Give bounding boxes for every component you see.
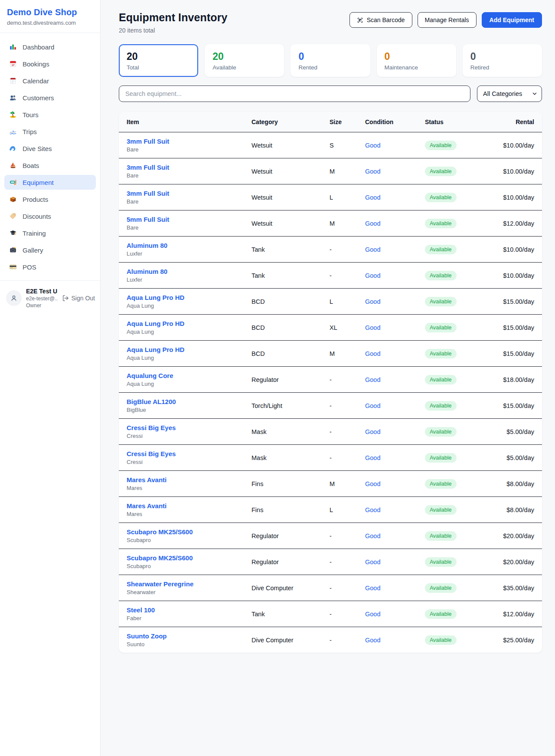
condition-link[interactable]: Good [365, 428, 380, 435]
item-name-link[interactable]: Scubapro MK25/S600 [127, 528, 193, 536]
item-name-link[interactable]: Cressi Big Eyes [127, 450, 176, 457]
condition-link[interactable]: Good [365, 272, 380, 279]
item-rental: $35.00/day [490, 575, 542, 601]
sidebar-item-trips[interactable]: Trips [4, 124, 96, 139]
table-row: 3mm Full Suit Bare Wetsuit S Good Availa… [119, 132, 542, 158]
condition-link[interactable]: Good [365, 480, 380, 487]
category-select[interactable]: All Categories [477, 85, 542, 102]
sidebar-item-dive-sites[interactable]: Dive Sites [4, 141, 96, 156]
add-equipment-button[interactable]: Add Equipment [482, 12, 542, 28]
item-name-link[interactable]: Aqua Lung Pro HD [127, 294, 184, 301]
sidebar-item-training[interactable]: Training [4, 226, 96, 240]
sidebar-nav: Dashboard 17 Bookings Calendar Customers… [0, 33, 100, 281]
item-brand: Faber [127, 615, 251, 621]
item-category: Regulator [251, 549, 330, 575]
condition-link[interactable]: Good [365, 168, 380, 175]
item-name-link[interactable]: Mares Avanti [127, 502, 166, 509]
item-name-link[interactable]: BigBlue AL1200 [127, 398, 176, 405]
item-name-link[interactable]: Aqua Lung Pro HD [127, 320, 184, 327]
condition-link[interactable]: Good [365, 532, 380, 539]
brand-title[interactable]: Demo Dive Shop [7, 7, 93, 17]
item-name-link[interactable]: Shearwater Peregrine [127, 580, 193, 588]
stat-value: 0 [470, 51, 534, 62]
table-row: Suunto Zoop Suunto Dive Computer - Good … [119, 627, 542, 653]
manage-rentals-button[interactable]: Manage Rentals [418, 12, 477, 28]
item-name-link[interactable]: Aqua Lung Pro HD [127, 346, 184, 353]
item-rental: $15.00/day [490, 315, 542, 341]
sidebar-item-bookings[interactable]: 17 Bookings [4, 56, 96, 71]
item-name-link[interactable]: 5mm Full Suit [127, 216, 169, 223]
item-name-link[interactable]: 3mm Full Suit [127, 164, 169, 171]
status-badge: Available [425, 453, 457, 463]
stat-cards: 20 Total 20 Available 0 Rented 0 Mainten… [119, 44, 542, 77]
item-brand: Luxfer [127, 276, 251, 283]
item-category: Tank [251, 601, 330, 627]
stat-card-total[interactable]: 20 Total [119, 44, 198, 77]
condition-link[interactable]: Good [365, 324, 380, 331]
condition-link[interactable]: Good [365, 350, 380, 357]
sidebar-item-discounts[interactable]: Discounts [4, 209, 96, 224]
condition-link[interactable]: Good [365, 637, 380, 644]
stat-card-maintenance[interactable]: 0 Maintenance [377, 44, 456, 77]
scan-barcode-button[interactable]: Scan Barcode [349, 12, 412, 28]
condition-link[interactable]: Good [365, 298, 380, 305]
sidebar-item-boats[interactable]: Boats [4, 158, 96, 173]
filter-bar: All Categories [119, 85, 542, 102]
condition-link[interactable]: Good [365, 585, 380, 592]
table-row: 3mm Full Suit Bare Wetsuit L Good Availa… [119, 184, 542, 210]
equipment-table-body: 3mm Full Suit Bare Wetsuit S Good Availa… [119, 132, 542, 653]
user-name: E2E Test U... [26, 288, 58, 295]
item-category: Torch/Light [251, 393, 330, 419]
item-category: Dive Computer [251, 575, 330, 601]
condition-link[interactable]: Good [365, 194, 380, 201]
credit-card-icon [9, 263, 17, 271]
status-badge: Available [425, 401, 457, 411]
table-row: Aqua Lung Pro HD Aqua Lung BCD M Good Av… [119, 341, 542, 367]
stat-card-rented[interactable]: 0 Rented [291, 44, 370, 77]
item-name-link[interactable]: Aluminum 80 [127, 268, 167, 275]
sidebar-item-dashboard[interactable]: Dashboard [4, 39, 96, 54]
calendar-date-icon: 17 [9, 60, 17, 68]
sidebar-item-equipment[interactable]: Equipment [4, 175, 96, 190]
table-header-row: Item Category Size Condition Status Rent… [119, 112, 542, 132]
item-name-link[interactable]: Suunto Zoop [127, 632, 166, 640]
app-root: Demo Dive Shop demo.test.divestreams.com… [0, 0, 555, 756]
condition-link[interactable]: Good [365, 506, 380, 513]
sidebar-item-gallery[interactable]: Gallery [4, 243, 96, 257]
condition-link[interactable]: Good [365, 246, 380, 253]
status-badge: Available [425, 479, 457, 489]
stat-card-available[interactable]: 20 Available [205, 44, 284, 77]
condition-link[interactable]: Good [365, 611, 380, 618]
table-row: Scubapro MK25/S600 Scubapro Regulator - … [119, 549, 542, 575]
status-badge: Available [425, 193, 457, 202]
condition-link[interactable]: Good [365, 220, 380, 227]
table-row: Cressi Big Eyes Cressi Mask - Good Avail… [119, 445, 542, 471]
item-size: M [330, 210, 365, 237]
stat-card-retired[interactable]: 0 Retired [463, 44, 542, 77]
item-rental: $12.00/day [490, 601, 542, 627]
item-name-link[interactable]: Steel 100 [127, 606, 155, 614]
sidebar-item-pos[interactable]: POS [4, 260, 96, 274]
sidebar-item-tours[interactable]: Tours [4, 107, 96, 122]
sidebar-item-products[interactable]: Products [4, 192, 96, 207]
sidebar-item-calendar[interactable]: Calendar [4, 73, 96, 88]
sign-out-button[interactable]: Sign Out [62, 295, 95, 302]
item-name-link[interactable]: Aluminum 80 [127, 242, 167, 249]
condition-link[interactable]: Good [365, 402, 380, 409]
status-badge: Available [425, 297, 457, 306]
condition-link[interactable]: Good [365, 142, 380, 149]
condition-link[interactable]: Good [365, 376, 380, 383]
sidebar-item-customers[interactable]: Customers [4, 90, 96, 105]
item-name-link[interactable]: Aqualung Core [127, 372, 173, 379]
condition-link[interactable]: Good [365, 559, 380, 565]
item-size: XL [330, 315, 365, 341]
item-name-link[interactable]: Mares Avanti [127, 476, 166, 483]
search-input[interactable] [119, 85, 470, 102]
item-name-link[interactable]: Cressi Big Eyes [127, 424, 176, 431]
item-name-link[interactable]: Scubapro MK25/S600 [127, 554, 193, 562]
items-total-subtitle: 20 items total [119, 27, 228, 34]
item-name-link[interactable]: 3mm Full Suit [127, 190, 169, 197]
condition-link[interactable]: Good [365, 454, 380, 461]
item-name-link[interactable]: 3mm Full Suit [127, 138, 169, 145]
item-rental: $10.00/day [490, 132, 542, 158]
